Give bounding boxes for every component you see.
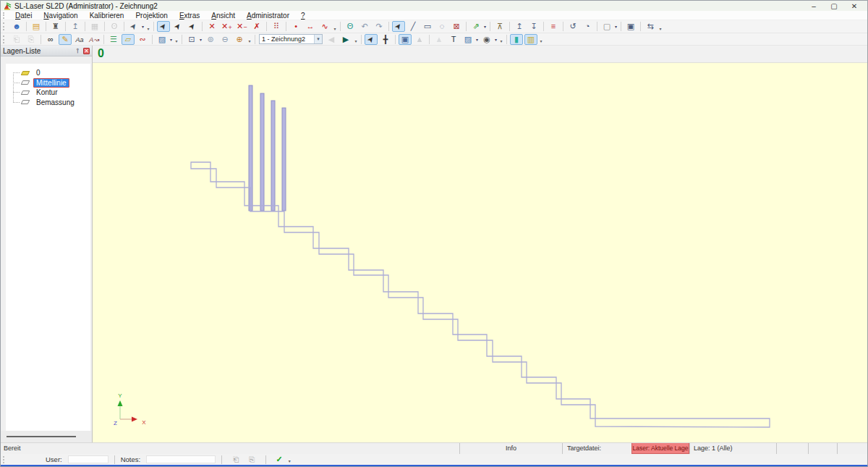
layer-label[interactable]: 0: [33, 68, 43, 77]
bottombar-gripper[interactable]: [3, 456, 7, 463]
chevron-down-icon[interactable]: ▾: [475, 37, 480, 42]
edit-pen-button[interactable]: ✎: [59, 34, 72, 45]
line-tool-button[interactable]: ╱: [407, 21, 420, 32]
layer-row-bemassung[interactable]: Bemassung: [6, 98, 90, 108]
current-layer-button[interactable]: ▱: [122, 34, 135, 45]
chevron-down-icon[interactable]: ▾: [198, 37, 203, 42]
menu-projektion[interactable]: Projektion: [129, 12, 173, 20]
note-page-prev-icon[interactable]: ⎗: [228, 455, 244, 464]
bottombar-overflow-icon[interactable]: ▾: [286, 458, 292, 465]
select-line-button[interactable]: ➤: [186, 21, 199, 32]
rect-tool-button[interactable]: ▭: [421, 21, 434, 32]
menu-help[interactable]: ?: [295, 12, 311, 20]
lasso-tool-button[interactable]: ◌: [435, 21, 448, 32]
delete-point-button[interactable]: ✕: [205, 21, 218, 32]
panel-columns-button[interactable]: ▥: [524, 34, 537, 45]
staircase-outline[interactable]: [191, 162, 770, 427]
spline-button[interactable]: ∾: [136, 34, 149, 45]
angle-tool-button[interactable]: Θ: [344, 21, 357, 32]
zoom-out-button[interactable]: ⊖: [218, 34, 231, 45]
rotate-timed-button[interactable]: ◔: [581, 21, 594, 32]
layer-label[interactable]: Kontur: [33, 88, 60, 97]
close-button[interactable]: ✕: [844, 1, 864, 11]
toolbar-overflow-icon[interactable]: ▾: [658, 26, 663, 33]
drawing-combobox[interactable]: 1 - Zeichnung2▾: [259, 34, 323, 44]
toolbar-overflow-icon[interactable]: ▾: [174, 38, 179, 45]
pin-icon[interactable]: ⊸: [74, 48, 81, 54]
point-tool-button[interactable]: •: [289, 21, 302, 32]
user-button[interactable]: ☻: [10, 21, 23, 32]
zoom-in-button[interactable]: ⊕: [233, 34, 246, 45]
delete-point-add-button[interactable]: ✕₊: [220, 21, 234, 32]
panel-close-icon[interactable]: ✕: [83, 48, 90, 54]
toolbar-overflow-icon[interactable]: ▾: [353, 38, 359, 45]
chevron-down-icon[interactable]: ▾: [493, 37, 498, 42]
confirm-check-icon[interactable]: ✓: [272, 455, 286, 464]
zoom-all-button[interactable]: ⊚: [204, 34, 217, 45]
delete-point-minus-button[interactable]: ✕₋: [235, 21, 249, 32]
polyline-tool-button[interactable]: ∿: [318, 21, 331, 32]
spacing-button[interactable]: ⇆: [644, 21, 657, 32]
align-bottom-button[interactable]: ↧: [527, 21, 540, 32]
projector-button[interactable]: ♜: [49, 21, 62, 32]
menu-ansicht[interactable]: Ansicht: [205, 12, 241, 20]
menu-kalibrieren[interactable]: Kalibrieren: [84, 12, 130, 20]
menu-datei[interactable]: Datei: [9, 12, 38, 20]
text-arrow-button[interactable]: A↝: [88, 34, 101, 45]
layer-row-kontur[interactable]: Kontur: [6, 88, 90, 98]
segment-tool-button[interactable]: ↔: [304, 21, 317, 32]
chevron-down-icon[interactable]: ▾: [140, 24, 145, 29]
zoom-window-button[interactable]: ⊡: [185, 34, 198, 45]
next-drawing-button[interactable]: ▶: [339, 34, 352, 45]
insert-image-button[interactable]: ▨: [461, 34, 475, 45]
chevron-down-icon[interactable]: ▾: [482, 24, 488, 29]
image-button[interactable]: ▨: [156, 34, 169, 45]
toolbar-overflow-icon[interactable]: ▾: [332, 26, 338, 33]
toolbar-gripper[interactable]: [3, 22, 7, 30]
frame-button[interactable]: ▣: [624, 21, 637, 32]
delete-point-select-button[interactable]: ✗: [250, 21, 263, 32]
chevron-down-icon[interactable]: ▾: [613, 24, 618, 29]
measure-button[interactable]: ⇗: [469, 21, 482, 32]
rib-bar[interactable]: [271, 101, 275, 211]
select-button[interactable]: ➤: [157, 21, 170, 32]
layer-label[interactable]: Bemassung: [33, 98, 77, 107]
view-3d-button[interactable]: ▣: [399, 34, 412, 45]
find-button[interactable]: ∞: [44, 34, 57, 45]
minimize-button[interactable]: –: [804, 1, 824, 11]
undo-button[interactable]: ↶: [358, 21, 371, 32]
snap-grid-button[interactable]: ⠿: [270, 21, 283, 32]
text-style-button[interactable]: Aa: [73, 34, 86, 45]
draw-select-button[interactable]: ➤: [392, 21, 405, 32]
align-top-button[interactable]: ↥: [513, 21, 526, 32]
toolbar-overflow-icon[interactable]: ▾: [538, 38, 544, 45]
layers-button[interactable]: ☰: [107, 34, 120, 45]
margin-button[interactable]: ▢: [600, 21, 613, 32]
chevron-down-icon[interactable]: ▾: [314, 35, 322, 43]
rib-bar[interactable]: [260, 93, 264, 211]
notes-input[interactable]: [146, 455, 216, 463]
menu-gripper[interactable]: [3, 12, 7, 19]
toolbar-gripper[interactable]: [3, 35, 7, 43]
open-button[interactable]: ▤: [30, 21, 43, 32]
delete-region-button[interactable]: ⊠: [450, 21, 463, 32]
chevron-down-icon[interactable]: ▾: [169, 37, 174, 42]
splitter-handle[interactable]: [7, 436, 76, 437]
menu-extras[interactable]: Extras: [174, 12, 205, 20]
centerline-button[interactable]: ≡: [547, 21, 560, 32]
pointer-menu-button[interactable]: ➤: [127, 21, 140, 32]
select-add-button[interactable]: ➤: [171, 21, 184, 32]
menu-navigation[interactable]: Navigation: [38, 12, 83, 20]
toolbar-overflow-icon[interactable]: ▾: [145, 26, 151, 33]
rotate-button[interactable]: ↺: [566, 21, 579, 32]
layer-row-0[interactable]: 0: [6, 68, 90, 78]
menu-administrator[interactable]: Administrator: [241, 12, 295, 20]
axis-move-button[interactable]: ↥: [69, 21, 82, 32]
rib-bar[interactable]: [282, 108, 286, 211]
layer-row-mittellinie[interactable]: Mittellinie: [6, 78, 90, 88]
user-input[interactable]: [68, 455, 109, 463]
layer-label[interactable]: Mittellinie: [33, 78, 69, 88]
insert-text-button[interactable]: T: [447, 34, 460, 45]
drawing-canvas[interactable]: YXZ: [93, 63, 867, 442]
nav-select-button[interactable]: ➤: [365, 34, 378, 45]
